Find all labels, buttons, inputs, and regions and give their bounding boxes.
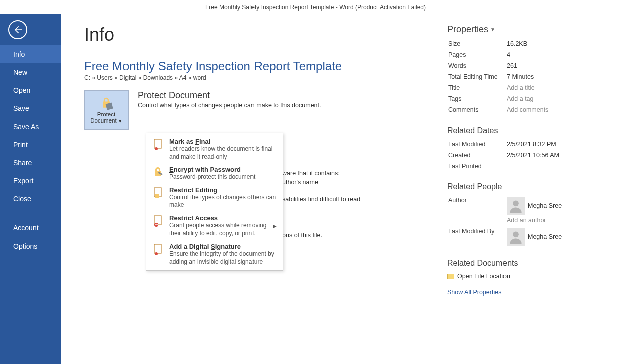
lock-key-icon (152, 166, 164, 181)
dd-restrict-access-desc: Grant people access while removing their… (169, 222, 268, 237)
svg-point-12 (155, 252, 158, 255)
prop-comments-v[interactable]: Add comments (507, 105, 607, 115)
date-printed-v (507, 161, 607, 171)
prop-words-k: Words (448, 61, 506, 71)
inspect-fragment-4: ons of this file. (282, 232, 413, 239)
nav-account[interactable]: Account (0, 219, 61, 237)
page-title: Info (84, 24, 437, 45)
show-all-properties[interactable]: Show All Properties (447, 289, 608, 296)
arrow-left-icon (13, 25, 23, 35)
nav-open[interactable]: Open (0, 81, 61, 99)
svg-point-2 (513, 232, 519, 238)
svg-rect-7 (155, 194, 159, 198)
folder-icon (447, 274, 454, 279)
lastmod-person[interactable]: Megha Sree (507, 228, 607, 246)
avatar-icon (507, 197, 525, 215)
svg-rect-11 (154, 244, 161, 253)
related-people-header: Related People (447, 182, 608, 191)
nav-options[interactable]: Options (0, 237, 61, 255)
prop-tags-k: Tags (448, 94, 506, 104)
document-signature-icon (152, 242, 164, 266)
dd-encrypt[interactable]: Encrypt with Password Password-protect t… (146, 163, 283, 184)
avatar-icon (507, 228, 525, 246)
lastmod-k: Last Modified By (448, 226, 506, 248)
prop-title-v[interactable]: Add a title (507, 83, 607, 93)
svg-rect-3 (154, 139, 161, 148)
prop-size-v: 16.2KB (507, 39, 607, 49)
chevron-right-icon: ▶ (273, 223, 277, 229)
document-final-icon (152, 138, 164, 161)
document-lock-icon (152, 186, 164, 209)
svg-point-1 (513, 201, 519, 207)
properties-table: Size16.2KB Pages4 Words261 Total Editing… (447, 38, 608, 116)
dd-mark-final-title: Mark as Final (169, 138, 277, 145)
protect-dropdown: Mark as Final Let readers know the docum… (146, 133, 283, 271)
dd-digital-signature-desc: Ensure the integrity of the document by … (169, 250, 277, 266)
prop-pages-v: 4 (507, 50, 607, 60)
lock-shield-icon (99, 96, 113, 110)
doc-path: C: » Users » Digital » Downloads » A4 » … (84, 74, 437, 81)
date-created-v: 2/5/2021 10:56 AM (507, 150, 607, 160)
dd-encrypt-title: Encrypt with Password (169, 166, 255, 173)
inspect-fragment-1: ware that it contains: (282, 170, 413, 177)
dates-table: Last Modified2/5/2021 8:32 PM Created2/5… (447, 138, 608, 172)
date-modified-k: Last Modified (448, 139, 506, 149)
nav-info[interactable]: Info (0, 45, 61, 63)
author-name: Megha Sree (528, 202, 562, 209)
protect-btn-line1: Protect (97, 111, 115, 117)
svg-point-4 (155, 147, 158, 150)
add-author[interactable]: Add an author (507, 215, 607, 224)
nav-print[interactable]: Print (0, 136, 61, 154)
date-printed-k: Last Printed (448, 161, 506, 171)
nav-share[interactable]: Share (0, 154, 61, 172)
nav-export[interactable]: Export (0, 172, 61, 190)
dd-restrict-editing-desc: Control the types of changes others can … (169, 194, 277, 209)
document-block-icon (152, 214, 164, 237)
protect-desc: Control what types of changes people can… (138, 102, 321, 109)
back-button[interactable] (8, 20, 27, 39)
inspect-fragment-3: sabilities find difficult to read (282, 196, 413, 203)
protect-heading: Protect Document (138, 90, 321, 101)
prop-comments-k: Comments (448, 105, 506, 115)
author-person[interactable]: Megha Sree (507, 197, 607, 215)
dd-digital-signature[interactable]: Add a Digital Signature Ensure the integ… (146, 240, 283, 268)
related-dates-header: Related Dates (447, 126, 608, 135)
related-documents-header: Related Documents (447, 259, 608, 268)
backstage-sidebar: Info New Open Save Save As Print Share E… (0, 14, 61, 364)
prop-size-k: Size (448, 39, 506, 49)
dd-restrict-editing[interactable]: Restrict Editing Control the types of ch… (146, 184, 283, 212)
doc-title: Free Monthly Safety Inspection Report Te… (84, 59, 437, 73)
dd-mark-final[interactable]: Mark as Final Let readers know the docum… (146, 135, 283, 163)
prop-editing-k: Total Editing Time (448, 72, 506, 82)
open-file-location[interactable]: Open File Location (447, 271, 608, 282)
date-modified-v: 2/5/2021 8:32 PM (507, 139, 607, 149)
protect-document-button[interactable]: Protect Document ▼ (84, 90, 129, 130)
dd-restrict-access-title: Restrict Access (169, 214, 268, 222)
properties-header[interactable]: Properties ▼ (447, 24, 608, 35)
nav-save[interactable]: Save (0, 99, 61, 117)
properties-label: Properties (447, 24, 488, 35)
nav-close[interactable]: Close (0, 190, 61, 208)
dd-mark-final-desc: Let readers know the document is final a… (169, 145, 277, 161)
prop-words-v: 261 (507, 61, 607, 71)
protect-btn-line2: Document ▼ (90, 117, 122, 124)
inspect-fragment-2: uthor's name (282, 179, 413, 186)
open-file-location-label: Open File Location (457, 273, 510, 280)
nav-save-as[interactable]: Save As (0, 117, 61, 136)
titlebar: Free Monthly Safety Inspection Report Te… (0, 0, 631, 14)
prop-title-k: Title (448, 83, 506, 93)
date-created-k: Created (448, 150, 506, 160)
dd-encrypt-desc: Password-protect this document (169, 173, 255, 181)
nav-new[interactable]: New (0, 63, 61, 81)
prop-tags-v[interactable]: Add a tag (507, 94, 607, 104)
dd-restrict-access[interactable]: Restrict Access Grant people access whil… (146, 212, 283, 240)
dd-digital-signature-title: Add a Digital Signature (169, 242, 277, 250)
chevron-down-icon: ▼ (490, 27, 495, 32)
dd-restrict-editing-title: Restrict Editing (169, 186, 277, 194)
people-table: Author Megha Sree Add an author Last Mod… (447, 194, 608, 249)
author-k: Author (448, 195, 506, 225)
prop-pages-k: Pages (448, 50, 506, 60)
lastmod-name: Megha Sree (528, 233, 562, 240)
prop-editing-v: 7 Minutes (507, 72, 607, 82)
